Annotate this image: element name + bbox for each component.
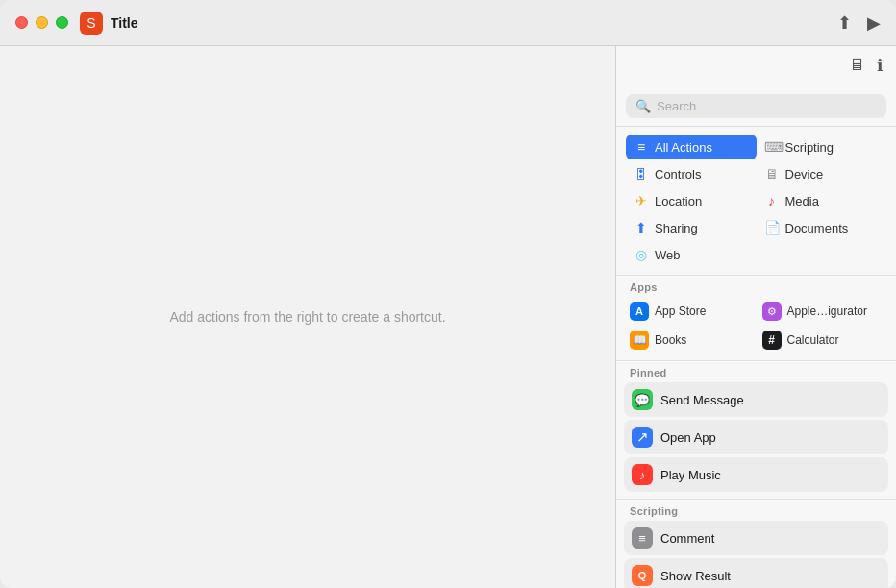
app-store-item[interactable]: A App Store [624, 297, 757, 326]
scripting-icon: ⌨ [764, 139, 780, 155]
apple-configurator-item[interactable]: ⚙ Apple…igurator [757, 297, 889, 326]
search-wrapper: 🔍 [626, 94, 886, 118]
configurator-label: Apple…igurator [787, 305, 867, 318]
comment-icon: ≡ [632, 527, 653, 549]
window-title: Title [111, 15, 138, 31]
send-message-icon: 💬 [632, 389, 653, 410]
controls-label: Controls [655, 167, 701, 182]
maximize-button[interactable] [56, 16, 68, 29]
documents-label: Documents [785, 221, 849, 235]
play-music-icon: ♪ [632, 464, 653, 485]
app-store-label: App Store [655, 305, 706, 318]
add-to-dock-icon[interactable]: 🖥 [849, 56, 865, 76]
search-bar: 🔍 [616, 86, 896, 127]
sharing-label: Sharing [655, 221, 698, 235]
category-location[interactable]: ✈ Location [626, 188, 757, 213]
titlebar-actions: ⬆ ▶ [837, 12, 881, 34]
all-actions-label: All Actions [655, 140, 712, 155]
web-icon: ◎ [634, 247, 649, 262]
controls-icon: 🎛 [634, 166, 649, 182]
sharing-icon: ⬆ [634, 220, 649, 235]
category-scripting[interactable]: ⌨ Scripting [757, 135, 887, 159]
web-label: Web [655, 248, 681, 262]
device-icon: 🖥 [764, 166, 780, 182]
canvas-area: Add actions from the right to create a s… [0, 46, 615, 588]
category-controls[interactable]: 🎛 Controls [626, 161, 757, 186]
comment-label: Comment [660, 531, 714, 546]
apps-section-label: Apps [616, 276, 896, 295]
minimize-button[interactable] [36, 16, 48, 29]
books-item[interactable]: 📖 Books [624, 326, 757, 355]
category-all-actions[interactable]: ≡ All Actions [626, 135, 757, 159]
close-button[interactable] [15, 16, 28, 29]
play-icon[interactable]: ▶ [867, 12, 881, 34]
titlebar: S Title ⬆ ▶ [0, 0, 896, 46]
show-result-label: Show Result [660, 569, 731, 583]
device-label: Device [785, 167, 824, 182]
category-documents[interactable]: 📄 Documents [757, 215, 887, 240]
open-app-label: Open App [660, 430, 716, 445]
sidebar-header: 🖥 ℹ [616, 46, 896, 86]
play-music-item[interactable]: ♪ Play Music [624, 457, 888, 492]
main-content: Add actions from the right to create a s… [0, 46, 896, 588]
categories-grid: ≡ All Actions ⌨ Scripting 🎛 Controls 🖥 D… [616, 127, 896, 276]
scripting-section-label: Scripting [616, 500, 896, 519]
app-icon: S [80, 12, 103, 35]
scripting-section: Scripting ≡ Comment Q Show Result ! Show… [616, 500, 896, 588]
location-icon: ✈ [634, 193, 649, 208]
pinned-section-label: Pinned [616, 361, 896, 380]
play-music-label: Play Music [660, 468, 721, 482]
sidebar-content: ≡ All Actions ⌨ Scripting 🎛 Controls 🖥 D… [616, 127, 896, 588]
info-icon[interactable]: ℹ [877, 56, 883, 76]
show-result-item[interactable]: Q Show Result [624, 558, 888, 588]
location-label: Location [655, 194, 702, 208]
category-device[interactable]: 🖥 Device [757, 161, 887, 186]
category-sharing[interactable]: ⬆ Sharing [626, 215, 757, 240]
share-icon[interactable]: ⬆ [837, 12, 852, 34]
media-label: Media [785, 194, 819, 208]
configurator-icon: ⚙ [762, 302, 782, 321]
search-input[interactable] [657, 99, 877, 113]
documents-icon: 📄 [764, 220, 780, 235]
open-app-item[interactable]: ↗ Open App [624, 420, 888, 454]
pinned-action-list: 💬 Send Message ↗ Open App ♪ Play Music [616, 380, 896, 499]
media-icon: ♪ [764, 193, 780, 208]
calculator-label: Calculator [787, 333, 839, 347]
comment-item[interactable]: ≡ Comment [624, 521, 888, 555]
search-icon: 🔍 [635, 99, 651, 113]
calculator-item[interactable]: # Calculator [757, 326, 889, 355]
open-app-icon: ↗ [632, 427, 653, 448]
send-message-label: Send Message [660, 393, 744, 407]
calculator-icon: # [762, 331, 782, 350]
books-icon: 📖 [630, 331, 649, 350]
show-result-icon: Q [632, 565, 653, 586]
apps-section: Apps A App Store ⚙ Apple…igurator 📖 Book… [616, 276, 896, 361]
app-store-icon: A [630, 302, 649, 321]
category-web[interactable]: ◎ Web [626, 242, 757, 267]
actions-sidebar: 🖥 ℹ 🔍 ≡ All Actions ⌨ Scripting [615, 46, 896, 588]
pinned-section: Pinned 💬 Send Message ↗ Open App ♪ Play … [616, 361, 896, 500]
scripting-action-list: ≡ Comment Q Show Result ! Show Alert ? A… [616, 519, 896, 588]
empty-state-message: Add actions from the right to create a s… [169, 309, 445, 325]
traffic-lights [15, 16, 68, 29]
scripting-label: Scripting [785, 140, 834, 155]
category-media[interactable]: ♪ Media [757, 188, 887, 213]
all-actions-icon: ≡ [634, 139, 649, 155]
books-label: Books [655, 333, 686, 347]
send-message-item[interactable]: 💬 Send Message [624, 382, 888, 417]
apps-grid: A App Store ⚙ Apple…igurator 📖 Books # C… [616, 295, 896, 360]
